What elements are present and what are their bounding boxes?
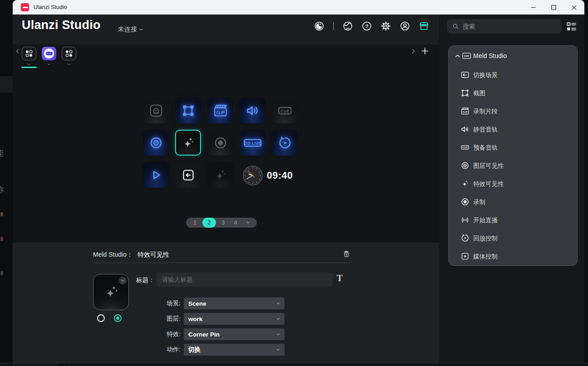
add-page-button[interactable] bbox=[420, 46, 430, 56]
divider bbox=[333, 22, 334, 30]
deck-button-ghost[interactable] bbox=[143, 98, 169, 123]
select-特效[interactable]: Corner Pin bbox=[184, 328, 284, 340]
select-场景[interactable]: Scene bbox=[184, 298, 284, 309]
action-item-label: 媒体控制 bbox=[473, 253, 498, 261]
deck-button-record[interactable] bbox=[207, 130, 233, 156]
chevron-down-icon[interactable] bbox=[47, 62, 51, 67]
actions-sidebar: meld Meld Studio 切换场景截图CLIP录制片段静音音轨CUE预备… bbox=[439, 15, 584, 363]
chevron-down-icon[interactable] bbox=[27, 62, 31, 67]
title-field-label: 标题： bbox=[136, 276, 155, 284]
select-图层[interactable]: work bbox=[184, 313, 284, 325]
page-tab-1[interactable]: 1 bbox=[190, 218, 200, 228]
action-item-media[interactable]: 媒体控制 bbox=[449, 247, 577, 265]
deck-button-corner-pin[interactable] bbox=[175, 98, 201, 123]
tab-device[interactable] bbox=[42, 47, 56, 60]
action-item-screenshot[interactable]: 截图 bbox=[449, 84, 577, 102]
action-item-clip[interactable]: CLIP录制片段 bbox=[449, 102, 577, 120]
deck-button-sparkles[interactable] bbox=[175, 130, 201, 156]
chevron-down-icon bbox=[138, 27, 144, 32]
deck-button-speaker[interactable] bbox=[240, 98, 265, 123]
gear-icon[interactable] bbox=[381, 21, 391, 31]
clock-widget[interactable]: 09:40 bbox=[243, 166, 293, 185]
background-glyph: 称 bbox=[0, 185, 4, 195]
deck-button-sparkles[interactable] bbox=[207, 162, 233, 188]
svg-text:CLIP: CLIP bbox=[216, 110, 225, 114]
tab-page-grid-2[interactable] bbox=[62, 47, 76, 60]
select-value: Scene bbox=[188, 300, 206, 307]
tabs-prev-button[interactable] bbox=[15, 48, 21, 54]
deck-button-eye[interactable] bbox=[143, 130, 169, 156]
cue-icon: CUE bbox=[461, 143, 470, 152]
action-item-record[interactable]: 录制 bbox=[449, 193, 577, 211]
deck-button-play[interactable] bbox=[143, 162, 169, 188]
background-glyph: 能 bbox=[0, 148, 4, 158]
clock-time: 09:40 bbox=[267, 170, 293, 181]
field-label: 场景: bbox=[117, 298, 181, 309]
add-page-tab[interactable]: + bbox=[243, 218, 253, 228]
globe-icon[interactable] bbox=[343, 21, 353, 31]
title-input[interactable] bbox=[157, 273, 333, 287]
help-icon[interactable]: ? bbox=[362, 21, 372, 31]
scene-switch-icon bbox=[461, 70, 470, 79]
background-mark bbox=[0, 237, 3, 241]
page-tab-2[interactable]: 2 bbox=[202, 218, 216, 228]
action-item-broadcast[interactable]: 开始直播 bbox=[449, 211, 577, 229]
deck-button-replay[interactable] bbox=[272, 130, 298, 156]
tab-page-grid-1[interactable] bbox=[22, 47, 36, 60]
search-icon bbox=[452, 23, 459, 30]
svg-text:GO LIVE: GO LIVE bbox=[244, 141, 261, 145]
eye-icon bbox=[461, 161, 470, 170]
page-tab-4[interactable]: 4 bbox=[230, 218, 240, 228]
tabs-next-button[interactable] bbox=[410, 48, 416, 54]
delete-action-button[interactable] bbox=[342, 249, 351, 258]
search-input[interactable] bbox=[463, 23, 562, 30]
text-style-button[interactable]: T bbox=[337, 273, 343, 283]
action-item-cue[interactable]: CUE预备音轨 bbox=[449, 138, 577, 156]
svg-text:?: ? bbox=[365, 24, 368, 29]
minimize-button[interactable] bbox=[523, 0, 544, 15]
action-item-sparkles[interactable]: 特效可见性 bbox=[449, 175, 577, 193]
deck-button-back[interactable] bbox=[175, 162, 201, 188]
record-icon bbox=[213, 136, 228, 150]
select-value: Corner Pin bbox=[188, 331, 220, 338]
page-title: Ulanzi Studio bbox=[22, 18, 101, 32]
maximize-button[interactable] bbox=[544, 0, 564, 15]
deck-button-clip[interactable]: CLIP bbox=[207, 98, 233, 123]
list-view-toggle-icon[interactable] bbox=[566, 21, 577, 32]
action-item-replay[interactable]: 回放控制 bbox=[449, 229, 577, 247]
connection-dropdown[interactable]: 未连接 bbox=[118, 25, 144, 34]
action-item-eye[interactable]: 图层可见性 bbox=[449, 156, 577, 175]
svg-text:CLIP: CLIP bbox=[463, 111, 468, 113]
background-mark bbox=[0, 212, 3, 216]
chevron-down-icon[interactable] bbox=[67, 62, 71, 67]
select-value: 切换 bbox=[188, 346, 201, 354]
account-icon[interactable] bbox=[400, 21, 410, 31]
action-item-speaker[interactable]: 静音音轨 bbox=[449, 120, 577, 138]
group-header-meld-studio[interactable]: meld Meld Studio bbox=[449, 46, 577, 66]
select-value: work bbox=[188, 316, 203, 322]
chevron-down-icon bbox=[275, 347, 281, 352]
search-box[interactable] bbox=[447, 19, 562, 34]
theme-icon[interactable] bbox=[314, 21, 324, 31]
action-item-label: 预备音轨 bbox=[473, 144, 498, 152]
device-avatar-icon bbox=[42, 47, 56, 60]
svg-text:CUE: CUE bbox=[280, 108, 289, 113]
store-icon[interactable] bbox=[419, 21, 429, 31]
svg-text:meld: meld bbox=[464, 55, 469, 57]
chevron-down-icon bbox=[275, 301, 281, 306]
cue-icon: CUE bbox=[277, 103, 293, 118]
app-logo-icon bbox=[21, 3, 29, 11]
close-button[interactable] bbox=[564, 0, 584, 15]
action-item-scene-switch[interactable]: 切换场景 bbox=[449, 66, 577, 84]
action-item-label: 录制片段 bbox=[473, 107, 498, 116]
radio-option-1[interactable] bbox=[97, 314, 105, 322]
field-label: 特效: bbox=[117, 328, 181, 340]
select-动作[interactable]: 切换 bbox=[184, 344, 284, 356]
page-tab-3[interactable]: 3 bbox=[218, 218, 228, 228]
deck-button-cue[interactable]: CUE bbox=[272, 98, 298, 123]
tile-style-dropdown[interactable] bbox=[118, 276, 127, 285]
field-label: 动作: bbox=[117, 344, 181, 356]
deck-button-golive[interactable]: GO LIVE bbox=[240, 130, 265, 156]
taskbar-segment bbox=[58, 364, 68, 366]
back-icon bbox=[181, 168, 195, 182]
